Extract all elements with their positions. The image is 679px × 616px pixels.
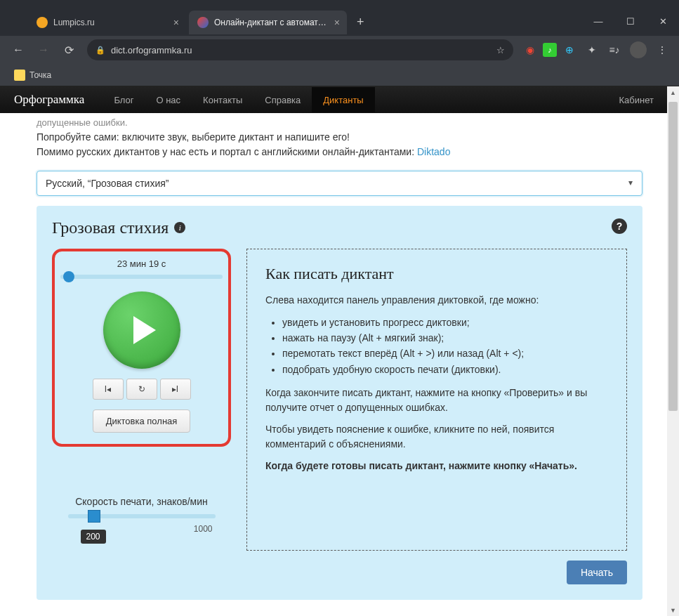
instructions-panel: Как писать диктант Слева находится панел… — [246, 249, 627, 551]
play-icon — [133, 316, 156, 344]
scrollbar[interactable]: ▲ ▼ — [667, 86, 679, 616]
extension-icon[interactable]: ♪ — [543, 43, 557, 57]
card-title: Грозовая стихия i — [52, 218, 627, 237]
repeat-button[interactable]: ↻ — [126, 379, 157, 400]
minimize-button[interactable]: — — [582, 8, 614, 34]
url-input[interactable]: 🔒 dict.orfogrammka.ru ☆ — [87, 39, 513, 60]
nav-dictations[interactable]: Диктанты — [312, 87, 374, 112]
info-icon[interactable]: i — [174, 222, 185, 233]
close-icon[interactable]: × — [173, 17, 179, 28]
help-icon[interactable]: ? — [612, 218, 627, 234]
nav-cabinet[interactable]: Кабинет — [608, 87, 665, 112]
speed-max: 1000 — [194, 524, 213, 534]
instructions-heading: Как писать диктант — [265, 265, 608, 283]
site-brand[interactable]: Орфограммка — [14, 93, 84, 107]
site-nav: Орфограммка Блог О нас Контакты Справка … — [0, 86, 679, 113]
play-button[interactable] — [103, 291, 180, 369]
duration-label: 23 мин 19 с — [117, 258, 166, 269]
nav-help[interactable]: Справка — [253, 87, 312, 112]
bookmark-favicon — [14, 70, 25, 81]
browser-tab-strip: Lumpics.ru × Онлайн-диктант с автоматиче… — [0, 8, 679, 36]
nav-about[interactable]: О нас — [145, 87, 192, 112]
extension-icon[interactable]: ◉ — [520, 40, 540, 60]
tab-favicon — [197, 17, 209, 28]
dictation-selector[interactable]: Русский, “Грозовая стихия” — [37, 171, 642, 196]
tab-title: Онлайн-диктант с автоматичес — [214, 18, 330, 27]
reload-button[interactable]: ⟳ — [58, 39, 80, 61]
dictation-mode-button[interactable]: Диктовка полная — [93, 409, 191, 433]
maximize-button[interactable]: ☐ — [614, 8, 647, 34]
new-tab-button[interactable]: + — [350, 15, 371, 30]
bookmark-item[interactable]: Точка — [8, 67, 57, 84]
start-button[interactable]: Начать — [567, 561, 627, 584]
lock-icon: 🔒 — [95, 46, 105, 55]
scroll-up-icon[interactable]: ▲ — [667, 86, 679, 98]
player-panel: 23 мин 19 с I◂ ↻ ▸I Диктовка полная — [52, 249, 231, 447]
nav-blog[interactable]: Блог — [103, 87, 145, 112]
browser-tab[interactable]: Lumpics.ru × — [28, 11, 186, 34]
address-bar: ← → ⟳ 🔒 dict.orfogrammka.ru ☆ ◉ ♪ ⊕ ✦ ≡♪… — [0, 36, 679, 64]
selector-value: Русский, “Грозовая стихия” — [46, 178, 169, 189]
nav-contacts[interactable]: Контакты — [192, 87, 253, 112]
star-icon[interactable]: ☆ — [496, 45, 505, 55]
diktado-link[interactable]: Diktado — [417, 146, 450, 157]
close-window-button[interactable]: ✕ — [647, 8, 679, 34]
progress-slider[interactable] — [60, 275, 223, 279]
close-icon[interactable]: × — [334, 17, 340, 28]
bookmark-label: Точка — [29, 70, 51, 80]
dictation-card: Грозовая стихия i ? 23 мин 19 с — [37, 206, 642, 600]
bookmarks-bar: Точка — [0, 64, 679, 86]
extension-icon[interactable]: ⊕ — [560, 40, 579, 60]
scroll-down-icon[interactable]: ▼ — [667, 604, 679, 616]
browser-menu-icon[interactable]: ⋮ — [652, 40, 672, 60]
speed-thumb[interactable] — [88, 510, 100, 523]
intro-text: допущенные ошибки. Попробуйте сами: вклю… — [37, 113, 642, 159]
forward-button[interactable]: → — [32, 39, 55, 61]
url-text: dict.orfogrammka.ru — [111, 45, 192, 55]
profile-avatar[interactable] — [630, 41, 647, 58]
extensions-menu-icon[interactable]: ✦ — [582, 40, 602, 60]
browser-tab-active[interactable]: Онлайн-диктант с автоматичес × — [189, 11, 347, 34]
speed-panel: Скорость печати, знаков/мин 200 100 1000 — [52, 496, 231, 534]
speed-slider[interactable]: 200 — [68, 514, 216, 518]
scrollbar-thumb[interactable] — [668, 102, 678, 411]
tab-title: Lumpics.ru — [53, 18, 169, 27]
tab-favicon — [37, 17, 48, 28]
speed-label: Скорость печати, знаков/мин — [52, 496, 231, 507]
progress-thumb[interactable] — [63, 271, 74, 282]
extension-icon[interactable]: ≡♪ — [605, 40, 624, 60]
skip-forward-button[interactable]: ▸I — [160, 379, 191, 400]
skip-back-button[interactable]: I◂ — [93, 379, 124, 400]
back-button[interactable]: ← — [7, 39, 29, 61]
